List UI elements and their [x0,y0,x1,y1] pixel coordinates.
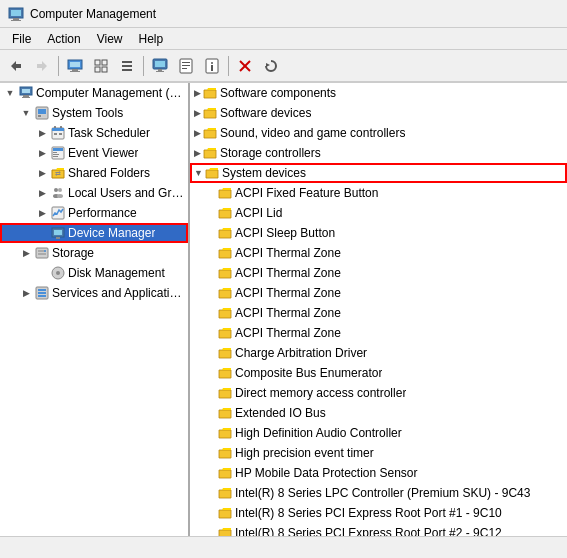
title-bar-text: Computer Management [30,7,156,21]
services-apps-icon [34,285,50,301]
right-item-sound-video[interactable]: ▶ Sound, video and game controllers [190,123,567,143]
tree-item-event-viewer[interactable]: ▶ Event Viewer [0,143,188,163]
device-item-intlpc-icon [218,487,232,499]
expand-task[interactable]: ▶ [34,125,50,141]
event-viewer-icon [50,145,66,161]
right-item-system-devices[interactable]: ▼ System devices [190,163,567,183]
expand-system-tools[interactable]: ▼ [18,105,34,121]
right-item-intel-lpc[interactable]: Intel(R) 8 Series LPC Controller (Premiu… [190,483,567,503]
svg-rect-38 [42,115,46,117]
device-item-acpi-thermal2-icon [218,267,232,279]
device-item-acpi-lid-icon [218,207,232,219]
right-item-acpi-thermal4[interactable]: ACPI Thermal Zone [190,303,567,323]
toolbar-refresh-btn[interactable] [259,54,283,78]
right-item-hp-precision[interactable]: High precision event timer [190,443,567,463]
svg-point-62 [44,250,46,252]
toolbar [0,50,567,82]
toolbar-computer-btn[interactable] [63,54,87,78]
toolbar-separator-2 [143,56,144,76]
tree-item-system-tools[interactable]: ▼ System Tools [0,103,188,123]
svg-rect-22 [182,62,190,63]
expand-root[interactable]: ▼ [2,85,18,101]
tree-item-device-manager[interactable]: Device Manager [0,223,188,243]
right-label-acpi-thermal1: ACPI Thermal Zone [235,246,341,260]
menu-view[interactable]: View [89,30,131,48]
right-label-software-dev: Software devices [220,106,311,120]
right-item-acpi-thermal1[interactable]: ACPI Thermal Zone [190,243,567,263]
toolbar-separator-3 [228,56,229,76]
svg-rect-40 [52,128,64,131]
right-item-hp-mobile[interactable]: HP Mobile Data Protection Sensor [190,463,567,483]
tree-item-services-apps[interactable]: ▶ Services and Applications [0,283,188,303]
right-item-intel-pcie2[interactable]: Intel(R) 8 Series PCI Express Root Port … [190,523,567,536]
toolbar-separator-1 [58,56,59,76]
tree-item-performance[interactable]: ▶ Performance [0,203,188,223]
toolbar-delete-btn[interactable] [233,54,257,78]
right-item-acpi-sleep[interactable]: ACPI Sleep Button [190,223,567,243]
right-label-intpcie1: Intel(R) 8 Series PCI Express Root Port … [235,506,502,520]
title-bar-icon [8,6,24,22]
right-item-software-comp[interactable]: ▶ Software components [190,83,567,103]
right-item-charge-arb[interactable]: Charge Arbitration Driver [190,343,567,363]
device-item-acpi-thermal4-icon [218,307,232,319]
right-item-composite-bus[interactable]: Composite Bus Enumerator [190,363,567,383]
menu-file[interactable]: File [4,30,39,48]
disk-management-icon [50,265,66,281]
back-button[interactable] [4,54,28,78]
toolbar-properties-btn[interactable] [174,54,198,78]
right-item-software-dev[interactable]: ▶ Software devices [190,103,567,123]
expand-event[interactable]: ▶ [34,145,50,161]
right-label-hdaudio: High Definition Audio Controller [235,426,402,440]
right-panel: ▶ Software components ▶ Software devices… [190,83,567,536]
right-label-dma: Direct memory access controller [235,386,406,400]
toolbar-lines-btn[interactable] [115,54,139,78]
svg-rect-58 [56,237,60,239]
device-item-hpmobile-icon [218,467,232,479]
menu-help[interactable]: Help [131,30,172,48]
expand-services[interactable]: ▶ [18,285,34,301]
tree-item-local-users[interactable]: ▶ Local Users and Groups [0,183,188,203]
expand-users[interactable]: ▶ [34,185,50,201]
right-item-direct-mem[interactable]: Direct memory access controller [190,383,567,403]
right-item-extended-io[interactable]: Extended IO Bus [190,403,567,423]
tree-item-disk-management[interactable]: ▶ Disk Management [0,263,188,283]
expand-storage[interactable]: ▶ [18,245,34,261]
local-users-icon [50,185,66,201]
right-item-storage-ctrl[interactable]: ▶ Storage controllers [190,143,567,163]
svg-rect-10 [95,60,100,65]
tree-item-storage[interactable]: ▶ Storage [0,243,188,263]
right-item-hd-audio[interactable]: High Definition Audio Controller [190,423,567,443]
right-label-acpi-thermal5: ACPI Thermal Zone [235,326,341,340]
tree-item-root[interactable]: ▼ Computer Management (Local [0,83,188,103]
device-folder-sound-icon [203,127,217,139]
tree-item-task-scheduler[interactable]: ▶ Task Scheduler [0,123,188,143]
right-item-acpi-fixed[interactable]: ACPI Fixed Feature Button [190,183,567,203]
device-item-acpi-thermal1-icon [218,247,232,259]
expand-shared[interactable]: ▶ [34,165,50,181]
toolbar-info-btn[interactable] [200,54,224,78]
svg-rect-44 [59,133,62,135]
svg-point-26 [211,62,213,64]
right-item-acpi-thermal2[interactable]: ACPI Thermal Zone [190,263,567,283]
svg-rect-57 [54,230,62,235]
svg-rect-8 [72,69,78,71]
svg-text:⇄: ⇄ [55,170,61,177]
svg-rect-9 [70,71,80,72]
right-item-acpi-thermal5[interactable]: ACPI Thermal Zone [190,323,567,343]
task-scheduler-icon [50,125,66,141]
expand-device[interactable] [34,225,50,241]
right-label-hpmobile: HP Mobile Data Protection Sensor [235,466,418,480]
svg-rect-67 [38,292,46,294]
svg-rect-2 [13,18,19,20]
tree-item-shared-folders[interactable]: ▶ ⇄ Shared Folders [0,163,188,183]
svg-rect-1 [11,10,21,16]
right-item-acpi-thermal3[interactable]: ACPI Thermal Zone [190,283,567,303]
expand-perf[interactable]: ▶ [34,205,50,221]
forward-button[interactable] [30,54,54,78]
menu-action[interactable]: Action [39,30,88,48]
toolbar-grid-btn[interactable] [89,54,113,78]
right-item-intel-pcie1[interactable]: Intel(R) 8 Series PCI Express Root Port … [190,503,567,523]
right-item-acpi-lid[interactable]: ACPI Lid [190,203,567,223]
device-item-hpet-icon [218,447,232,459]
toolbar-monitor-btn[interactable] [148,54,172,78]
